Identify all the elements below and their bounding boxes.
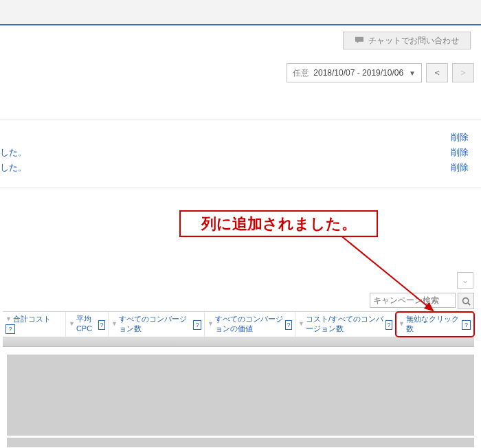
- column-header-cost-per-all-conversion[interactable]: ▼ コスト/すべてのコンバージョン数 ?: [295, 312, 396, 337]
- table-row[interactable]: [7, 355, 474, 438]
- search-icon: [462, 297, 471, 306]
- svg-line-2: [467, 302, 469, 304]
- column-label: すべてのコンバージョン数: [119, 315, 192, 334]
- notification-text: した。: [0, 145, 27, 160]
- chat-support-button[interactable]: チャットでお問い合わせ: [343, 32, 471, 49]
- notification-row: した。 削除: [0, 145, 469, 160]
- notification-text: した。: [0, 160, 27, 175]
- column-header-invalid-clicks[interactable]: ▼ 無効なクリック数 ?: [396, 312, 474, 337]
- sort-icon: ▼: [69, 320, 75, 328]
- notification-row: した。 削除: [0, 160, 469, 175]
- grid-body: [3, 337, 474, 447]
- grid-summary-row: [3, 337, 474, 347]
- search-row: [370, 293, 474, 309]
- campaign-search-input[interactable]: [370, 293, 456, 308]
- chat-button-label: チャットでお問い合わせ: [368, 35, 459, 47]
- help-icon[interactable]: ?: [385, 320, 392, 330]
- help-icon[interactable]: ?: [5, 324, 15, 334]
- date-range-row: 任意 2018/10/07 - 2019/10/06 ▼ < >: [287, 63, 474, 82]
- column-header-all-conversions[interactable]: ▼ すべてのコンバージョン数 ?: [109, 312, 205, 337]
- date-range-selector[interactable]: 任意 2018/10/07 - 2019/10/06 ▼: [287, 63, 422, 82]
- column-label: 合計コスト: [13, 315, 51, 324]
- column-label: 平均CPC: [76, 315, 97, 334]
- sort-icon: ▼: [399, 320, 405, 328]
- date-prev-button[interactable]: <: [426, 63, 448, 82]
- column-label: コスト/すべてのコンバージョン数: [306, 315, 384, 334]
- grid-header: ▼ 合計コスト ? ▼ 平均CPC ? ▼ すべてのコンバージョン数 ? ▼ す…: [3, 311, 474, 337]
- expand-panel-button[interactable]: ⌄: [457, 272, 473, 289]
- notification-delete-link[interactable]: 削除: [451, 145, 469, 160]
- annotation-text: 列に追加されました。: [201, 214, 357, 234]
- help-icon[interactable]: ?: [193, 320, 201, 330]
- chevron-down-icon: ▼: [409, 69, 416, 77]
- data-grid: ▼ 合計コスト ? ▼ 平均CPC ? ▼ すべてのコンバージョン数 ? ▼ す…: [3, 311, 474, 441]
- sort-icon: ▼: [111, 320, 118, 328]
- column-label: 無効なクリック数: [406, 315, 460, 334]
- column-header-avg-cpc[interactable]: ▼ 平均CPC ?: [66, 312, 109, 337]
- help-icon[interactable]: ?: [98, 320, 105, 330]
- column-header-total-cost[interactable]: ▼ 合計コスト ?: [3, 312, 66, 337]
- column-header-all-conversion-value[interactable]: ▼ すべてのコンバージョンの価値 ?: [205, 312, 295, 337]
- date-range-prefix: 任意: [293, 67, 309, 79]
- svg-point-1: [462, 298, 468, 303]
- help-icon[interactable]: ?: [462, 320, 471, 330]
- chat-icon: [355, 36, 364, 45]
- chevron-down-icon: ⌄: [462, 276, 469, 285]
- sort-icon: ▼: [208, 320, 214, 328]
- notification-delete-link[interactable]: 削除: [451, 160, 469, 175]
- date-range-text: 2018/10/07 - 2019/10/06: [313, 68, 403, 78]
- grid-gap: [3, 347, 474, 355]
- notification-list: 削除 した。 削除 した。 削除: [0, 120, 481, 188]
- top-strip: [0, 0, 481, 25]
- help-icon[interactable]: ?: [285, 320, 292, 330]
- date-next-button[interactable]: >: [452, 63, 474, 82]
- notification-row: 削除: [0, 130, 469, 145]
- campaign-search-button[interactable]: [458, 293, 474, 309]
- sort-icon: ▼: [298, 320, 304, 328]
- notification-delete-link[interactable]: 削除: [451, 130, 469, 145]
- table-row[interactable]: [7, 438, 474, 447]
- sort-icon: ▼: [5, 315, 12, 323]
- column-label: すべてのコンバージョンの価値: [215, 315, 284, 334]
- annotation-callout: 列に追加されました。: [179, 210, 378, 237]
